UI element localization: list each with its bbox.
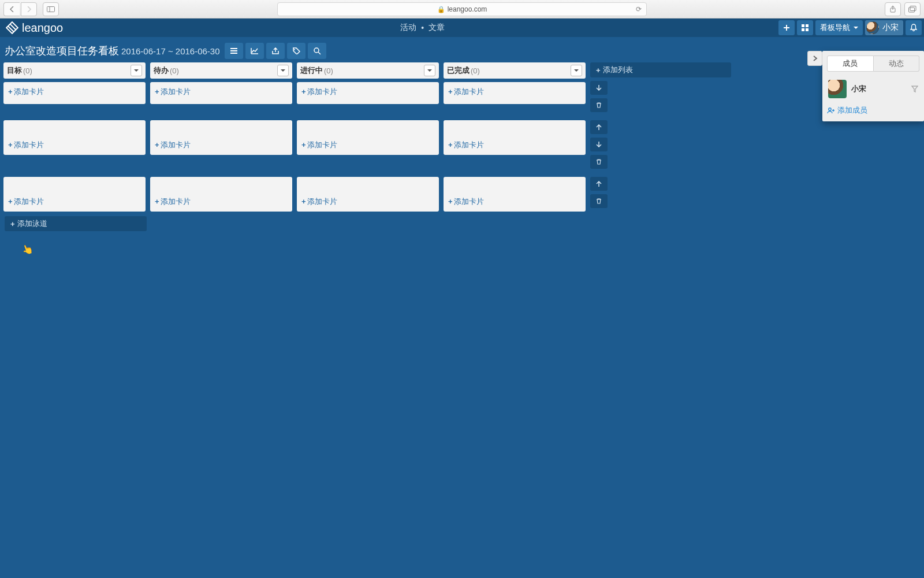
lane-move-down-button[interactable] xyxy=(590,138,608,151)
bell-icon xyxy=(910,24,918,32)
browser-back-button[interactable] xyxy=(3,2,20,16)
user-avatar-icon xyxy=(866,21,879,34)
svg-rect-5 xyxy=(6,22,18,34)
nav-activity-link[interactable]: 活动 xyxy=(400,23,416,33)
add-card-button[interactable]: +添加卡片 xyxy=(8,197,141,207)
lane-cell[interactable]: +添加卡片 xyxy=(150,82,292,104)
board-title[interactable]: 办公室改造项目任务看板 xyxy=(5,44,119,58)
user-plus-icon xyxy=(827,107,835,114)
board-search-button[interactable] xyxy=(308,43,326,59)
add-card-button[interactable]: +添加卡片 xyxy=(448,140,581,150)
add-list-label: 添加列表 xyxy=(603,65,633,75)
add-card-button[interactable]: +添加卡片 xyxy=(301,87,434,97)
plus-icon xyxy=(783,24,790,31)
lane-cell[interactable]: +添加卡片 xyxy=(444,82,586,104)
browser-forward-button[interactable] xyxy=(21,2,37,16)
nav-separator: • xyxy=(421,23,424,32)
trash-icon xyxy=(596,102,602,108)
side-panel-toggle-button[interactable] xyxy=(807,51,822,66)
column-count: (0) xyxy=(23,66,32,75)
column-menu-button[interactable] xyxy=(277,65,289,76)
add-list-button[interactable]: + 添加列表 xyxy=(590,62,731,77)
menu-icon xyxy=(230,47,238,54)
member-row[interactable]: 小宋 xyxy=(827,76,919,102)
column-count: (0) xyxy=(324,66,333,75)
browser-tabs-button[interactable] xyxy=(904,2,921,16)
column-title: 目标 xyxy=(7,65,22,76)
board-nav-label: 看板导航 xyxy=(820,23,850,33)
arrow-up-icon xyxy=(596,181,602,187)
browser-url: leangoo.com xyxy=(448,5,487,13)
add-card-button[interactable]: +添加卡片 xyxy=(8,87,141,97)
column-menu-button[interactable] xyxy=(424,65,435,76)
add-card-button[interactable]: +添加卡片 xyxy=(301,140,434,150)
side-panel-tab-activity[interactable]: 动态 xyxy=(874,55,920,72)
column-header-3[interactable]: 已完成 (0) xyxy=(444,62,586,79)
header-board-nav-dropdown[interactable]: 看板导航 xyxy=(815,20,863,35)
lane-cell[interactable]: +添加卡片 xyxy=(150,177,292,212)
board-share-button[interactable] xyxy=(266,43,285,59)
board-tag-button[interactable] xyxy=(287,43,305,59)
lane-move-up-button[interactable] xyxy=(590,177,608,191)
filter-icon[interactable] xyxy=(911,86,918,92)
lock-icon: 🔒 xyxy=(437,6,445,13)
column-title: 已完成 xyxy=(447,65,470,76)
side-panel-tab-members[interactable]: 成员 xyxy=(827,55,874,72)
add-card-button[interactable]: +添加卡片 xyxy=(155,87,288,97)
lane-move-down-button[interactable] xyxy=(590,81,608,95)
lane-cell[interactable]: +添加卡片 xyxy=(444,120,586,155)
header-notifications-button[interactable] xyxy=(906,20,922,35)
header-boards-button[interactable] xyxy=(797,20,813,35)
lane-delete-button[interactable] xyxy=(590,155,608,169)
add-member-button[interactable]: 添加成员 xyxy=(827,105,919,116)
column-menu-button[interactable] xyxy=(571,65,582,76)
header-user-menu[interactable]: 小宋 xyxy=(865,20,903,35)
side-panel: 成员 动态 小宋 添加成员 xyxy=(822,51,924,121)
arrow-down-icon xyxy=(596,85,602,91)
lane-cell[interactable]: +添加卡片 xyxy=(297,82,439,104)
lane-cell[interactable]: +添加卡片 xyxy=(444,177,586,212)
lane-cell[interactable]: +添加卡片 xyxy=(3,82,146,104)
nav-article-link[interactable]: 文章 xyxy=(429,23,445,33)
browser-chrome: 🔒 leangoo.com ⟳ xyxy=(0,0,924,18)
lane-move-up-button[interactable] xyxy=(590,120,608,134)
lane-delete-button[interactable] xyxy=(590,194,608,208)
plus-icon: + xyxy=(10,220,15,228)
add-card-button[interactable]: +添加卡片 xyxy=(448,197,581,207)
add-lane-label: 添加泳道 xyxy=(17,218,47,229)
lane-cell[interactable]: +添加卡片 xyxy=(3,120,146,155)
refresh-icon[interactable]: ⟳ xyxy=(636,5,642,13)
board: 目标 (0) +添加卡片 待办 (0) +添加卡片 xyxy=(0,62,924,231)
column-header-1[interactable]: 待办 (0) xyxy=(150,62,292,79)
browser-url-bar[interactable]: 🔒 leangoo.com ⟳ xyxy=(277,2,647,16)
brand-logo[interactable]: leangoo xyxy=(0,21,69,35)
column-header-2[interactable]: 进行中 (0) xyxy=(297,62,439,79)
add-card-button[interactable]: +添加卡片 xyxy=(301,197,434,207)
column-header-0[interactable]: 目标 (0) xyxy=(3,62,146,79)
leangoo-logo-icon xyxy=(6,21,18,34)
column-menu-button[interactable] xyxy=(131,65,142,76)
svg-point-14 xyxy=(829,108,831,110)
header-create-button[interactable] xyxy=(778,20,795,35)
browser-sidebar-button[interactable] xyxy=(43,2,59,16)
browser-share-button[interactable] xyxy=(885,2,901,16)
add-card-button[interactable]: +添加卡片 xyxy=(155,197,288,207)
board-chart-button[interactable] xyxy=(245,43,264,59)
add-lane-button[interactable]: + 添加泳道 xyxy=(5,216,147,231)
add-card-button[interactable]: +添加卡片 xyxy=(8,140,141,150)
lane-delete-button[interactable] xyxy=(590,98,608,112)
svg-rect-9 xyxy=(806,24,808,27)
add-card-button[interactable]: +添加卡片 xyxy=(155,140,288,150)
chart-icon xyxy=(251,47,259,54)
lane-cell[interactable]: +添加卡片 xyxy=(150,120,292,155)
grid-icon xyxy=(802,24,808,31)
add-card-button[interactable]: +添加卡片 xyxy=(448,87,581,97)
user-name: 小宋 xyxy=(882,23,899,33)
lane-cell[interactable]: +添加卡片 xyxy=(297,177,439,212)
board-menu-button[interactable] xyxy=(225,43,243,59)
arrow-up-icon xyxy=(596,124,602,130)
lane-cell[interactable]: +添加卡片 xyxy=(297,120,439,155)
svg-rect-8 xyxy=(802,24,804,27)
app-header: leangoo 活动 • 文章 看板导航 小宋 xyxy=(0,18,924,37)
lane-cell[interactable]: +添加卡片 xyxy=(3,177,146,212)
